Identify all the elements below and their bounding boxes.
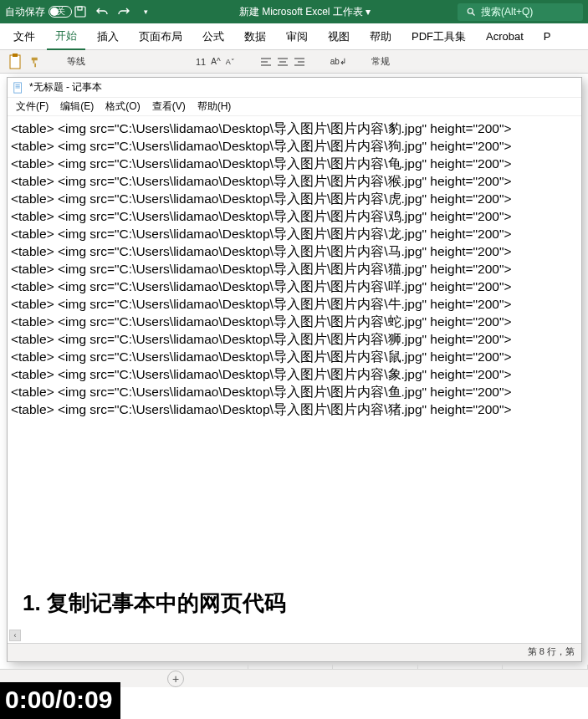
menu-view[interactable]: 查看(V) — [147, 98, 191, 115]
tab-view[interactable]: 视图 — [320, 24, 358, 49]
notepad-titlebar[interactable]: *无标题 - 记事本 — [8, 78, 581, 98]
font-size-down-icon[interactable]: A˅ — [226, 58, 235, 66]
notepad-statusbar: 第 8 行，第 — [8, 643, 581, 661]
menu-edit[interactable]: 编辑(E) — [55, 98, 99, 115]
notepad-content[interactable]: <table> <img src="C:\Users\lidamao\Deskt… — [8, 116, 581, 643]
tab-pdf[interactable]: PDF工具集 — [403, 24, 474, 49]
format-text-group: ab↲ — [330, 57, 346, 66]
notepad-line: <table> <img src="C:\Users\lidamao\Deskt… — [11, 190, 578, 207]
tab-p[interactable]: P — [535, 25, 560, 48]
tab-layout[interactable]: 页面布局 — [130, 24, 191, 49]
notepad-line: <table> <img src="C:\Users\lidamao\Deskt… — [11, 120, 578, 137]
add-sheet-button[interactable]: + — [167, 671, 184, 687]
number-format-selector[interactable]: 常规 — [371, 55, 390, 68]
scrollbar-left-button[interactable]: ‹ — [9, 630, 21, 641]
notepad-line: <table> <img src="C:\Users\lidamao\Deskt… — [11, 295, 578, 313]
wrap-text-icon[interactable]: ab↲ — [330, 57, 346, 66]
svg-rect-0 — [75, 7, 85, 17]
align-center-icon[interactable] — [277, 57, 289, 67]
notepad-line: <table> <img src="C:\Users\lidamao\Deskt… — [11, 313, 578, 330]
notepad-line: <table> <img src="C:\Users\lidamao\Deskt… — [11, 400, 578, 418]
notepad-line: <table> <img src="C:\Users\lidamao\Deskt… — [11, 330, 578, 348]
align-right-icon[interactable] — [294, 57, 305, 67]
notepad-title: *无标题 - 记事本 — [29, 80, 102, 94]
tab-review[interactable]: 审阅 — [278, 24, 316, 49]
tab-data[interactable]: 数据 — [236, 24, 274, 49]
tab-home[interactable]: 开始 — [47, 23, 85, 50]
undo-icon[interactable] — [95, 5, 109, 18]
menu-format[interactable]: 格式(O) — [100, 98, 145, 115]
search-icon — [466, 7, 476, 17]
notepad-line: <table> <img src="C:\Users\lidamao\Deskt… — [11, 365, 578, 383]
tab-help[interactable]: 帮助 — [361, 24, 400, 49]
font-group: 等线 11 A^ A˅ — [67, 55, 235, 68]
notepad-window: *无标题 - 记事本 文件(F) 编辑(E) 格式(O) 查看(V) 帮助(H)… — [7, 77, 582, 662]
notepad-line: <table> <img src="C:\Users\lidamao\Deskt… — [11, 260, 578, 278]
excel-titlebar: 自动保存 关 ▾ 新建 Microsoft Excel 工作表 ▾ 搜索(Alt… — [0, 0, 588, 23]
notepad-line: <table> <img src="C:\Users\lidamao\Deskt… — [11, 278, 578, 295]
autosave-group: 自动保存 关 — [5, 5, 65, 19]
menu-help[interactable]: 帮助(H) — [192, 98, 237, 115]
svg-rect-1 — [78, 7, 82, 10]
notepad-line: <table> <img src="C:\Users\lidamao\Deskt… — [11, 172, 578, 190]
number-format-group: 常规 — [371, 55, 390, 68]
notepad-line: <table> <img src="C:\Users\lidamao\Deskt… — [11, 225, 578, 242]
notepad-line: <table> <img src="C:\Users\lidamao\Deskt… — [11, 155, 578, 172]
svg-rect-3 — [10, 55, 20, 69]
instruction-overlay: 1. 复制记事本中的网页代码 — [23, 589, 286, 618]
qat-dropdown-icon[interactable]: ▾ — [139, 5, 152, 18]
svg-rect-4 — [13, 54, 18, 57]
workbook-title: 新建 Microsoft Excel 工作表 ▾ — [152, 5, 458, 19]
ribbon-content: 等线 11 A^ A˅ ab↲ 常规 — [0, 50, 588, 74]
ribbon-tabs: 文件 开始 插入 页面布局 公式 数据 审阅 视图 帮助 PDF工具集 Acro… — [0, 23, 588, 50]
notepad-line: <table> <img src="C:\Users\lidamao\Deskt… — [11, 242, 578, 260]
notepad-menubar: 文件(F) 编辑(E) 格式(O) 查看(V) 帮助(H) — [8, 98, 581, 116]
menu-file[interactable]: 文件(F) — [11, 98, 54, 115]
save-icon[interactable] — [74, 5, 87, 18]
notepad-icon — [13, 82, 24, 94]
tab-formula[interactable]: 公式 — [194, 24, 233, 49]
format-painter-icon[interactable] — [30, 56, 42, 68]
autosave-label: 自动保存 — [5, 5, 45, 19]
search-placeholder: 搜索(Alt+Q) — [481, 5, 533, 19]
font-size-selector[interactable]: 11 — [196, 57, 206, 67]
svg-point-2 — [468, 8, 473, 13]
tab-acrobat[interactable]: Acrobat — [478, 25, 532, 48]
notepad-line: <table> <img src="C:\Users\lidamao\Deskt… — [11, 207, 578, 225]
notepad-line: <table> <img src="C:\Users\lidamao\Deskt… — [11, 383, 578, 400]
redo-icon[interactable] — [117, 5, 130, 18]
paste-icon[interactable] — [5, 52, 25, 72]
font-name-selector[interactable]: 等线 — [67, 55, 85, 68]
align-group — [260, 57, 305, 67]
video-timecode: 0:00/0:09 — [0, 682, 120, 719]
notepad-line: <table> <img src="C:\Users\lidamao\Deskt… — [11, 137, 578, 155]
tab-insert[interactable]: 插入 — [89, 24, 127, 49]
search-box[interactable]: 搜索(Alt+Q) — [458, 3, 583, 21]
notepad-line: <table> <img src="C:\Users\lidamao\Deskt… — [11, 348, 578, 365]
align-left-icon[interactable] — [260, 57, 272, 67]
font-size-up-icon[interactable]: A^ — [211, 57, 220, 66]
clipboard-group — [5, 52, 42, 72]
tab-file[interactable]: 文件 — [5, 24, 43, 49]
autosave-toggle-text: 关 — [57, 6, 65, 18]
